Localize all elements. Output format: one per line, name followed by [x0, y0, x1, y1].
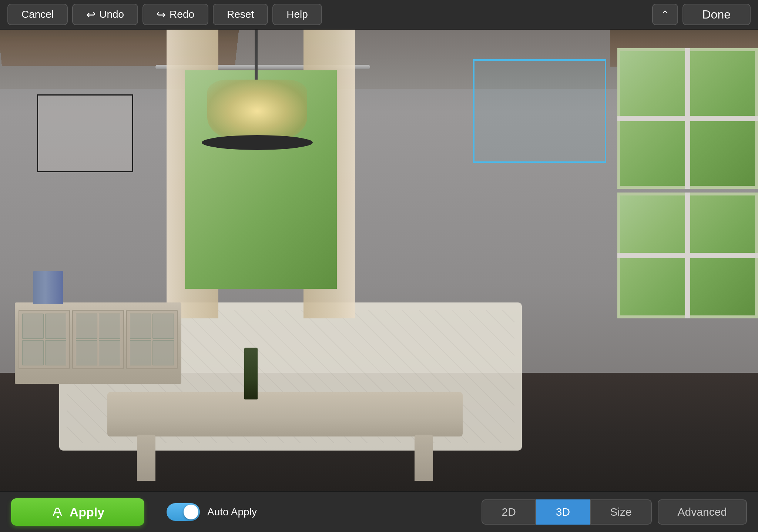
table-leg-left	[137, 435, 155, 481]
svg-rect-0	[57, 516, 59, 518]
door-panel-right	[126, 310, 178, 369]
size-button[interactable]: Size	[590, 499, 651, 525]
size-label: Size	[610, 506, 631, 518]
door-pane-2	[45, 314, 67, 339]
undo-button[interactable]: ↩ Undo	[72, 4, 138, 25]
cancel-button[interactable]: Cancel	[7, 4, 68, 25]
redo-icon: ↪	[157, 8, 166, 21]
table-leg-right	[415, 435, 433, 481]
door-panel-left	[19, 310, 70, 369]
auto-apply-label: Auto Apply	[207, 506, 257, 518]
decorative-books	[33, 271, 63, 304]
reset-button[interactable]: Reset	[213, 4, 268, 25]
redo-button[interactable]: ↪ Redo	[142, 4, 208, 25]
paint-icon	[51, 505, 64, 519]
view-mode-group: 2D 3D Size Advanced	[482, 499, 747, 525]
help-button[interactable]: Help	[272, 4, 322, 25]
auto-apply-toggle[interactable]	[167, 503, 200, 521]
apply-label: Apply	[70, 505, 104, 519]
door-pane-10	[152, 314, 174, 339]
redo-label: Redo	[170, 9, 194, 20]
window-upper-right	[617, 48, 758, 189]
door-pane-6	[99, 314, 120, 339]
chevron-up-icon: ⌃	[661, 9, 669, 21]
view-3d-label: 3D	[556, 506, 570, 518]
scene-view[interactable]	[0, 30, 758, 491]
top-toolbar: Cancel ↩ Undo ↪ Redo Reset Help ⌃ Done	[0, 0, 758, 30]
sideboard-doors	[19, 310, 178, 369]
selection-rectangle	[473, 59, 606, 163]
help-label: Help	[286, 9, 308, 20]
dining-table	[107, 392, 463, 436]
apply-button[interactable]: Apply	[11, 498, 144, 526]
advanced-label: Advanced	[678, 506, 727, 518]
chandelier-ring	[202, 135, 313, 150]
door-pane-9	[130, 314, 151, 339]
done-button[interactable]: Done	[682, 4, 751, 25]
undo-icon: ↩	[86, 8, 95, 21]
door-pane-12	[152, 340, 174, 365]
chandelier	[196, 80, 318, 150]
undo-label: Undo	[99, 9, 124, 20]
advanced-button[interactable]: Advanced	[658, 499, 747, 525]
cancel-label: Cancel	[21, 9, 54, 20]
wine-bottle	[244, 348, 258, 399]
door-pane-5	[76, 314, 97, 339]
done-label: Done	[702, 8, 731, 21]
window-lower-right	[617, 193, 758, 318]
door-pane-4	[45, 340, 67, 365]
door-panel-center	[72, 310, 124, 369]
door-pane-3	[22, 340, 44, 365]
window-horizontal-divider	[617, 116, 758, 121]
auto-apply-group: Auto Apply	[167, 503, 257, 521]
chandelier-crystals	[207, 80, 307, 143]
room-background	[0, 30, 758, 491]
door-pane-8	[99, 340, 120, 365]
view-2d-button[interactable]: 2D	[482, 499, 536, 525]
door-pane-11	[130, 340, 151, 365]
chandelier-chain	[255, 30, 258, 80]
sideboard	[15, 302, 181, 384]
collapse-button[interactable]: ⌃	[652, 4, 678, 25]
bottom-toolbar: Apply Auto Apply 2D 3D Size Advanced	[0, 491, 758, 532]
view-3d-button[interactable]: 3D	[536, 499, 590, 525]
door-pane-7	[76, 340, 97, 365]
window-lower-horizontal-divider	[617, 253, 758, 258]
reset-label: Reset	[227, 9, 254, 20]
door-pane-1	[22, 314, 44, 339]
wall-art-frame[interactable]	[37, 94, 133, 172]
view-2d-label: 2D	[502, 506, 516, 518]
toggle-knob	[184, 505, 198, 519]
